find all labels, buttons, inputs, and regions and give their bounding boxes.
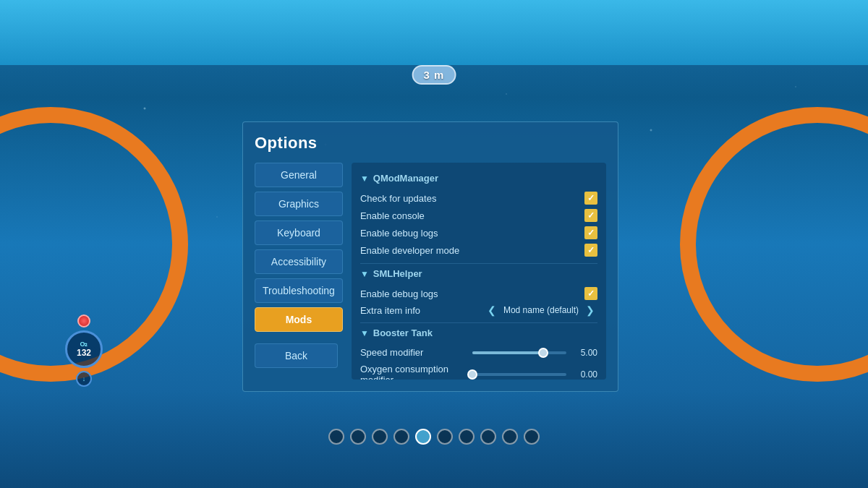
sml-title: SMLHelper	[373, 268, 422, 279]
section-divider-2	[360, 322, 597, 323]
oxygen-modifier-control: 0.00	[472, 369, 597, 380]
extra-item-label: Extra item info	[360, 305, 485, 316]
nav-btn-graphics[interactable]: Graphics	[255, 192, 343, 216]
debug-logs-sml-checkbox[interactable]: ✓	[584, 287, 597, 300]
back-button[interactable]: Back	[255, 343, 338, 368]
section-divider-1	[360, 263, 597, 264]
speed-modifier-fill	[472, 351, 543, 354]
debug-logs-sml-label: Enable debug logs	[360, 288, 584, 299]
hud-slot-6	[437, 429, 453, 445]
setting-debug-logs-sml: Enable debug logs ✓	[360, 285, 597, 302]
o2-small-label: ↓	[82, 375, 86, 382]
hud-slot-4	[393, 429, 409, 445]
setting-enable-console: Enable console ✓	[360, 207, 597, 224]
setting-oxygen-modifier: Oxygen consumption modifier 0.00	[360, 361, 597, 380]
depth-value: 3 m	[424, 69, 445, 81]
sml-arrow-icon: ▼	[360, 269, 369, 279]
extra-item-prev-button[interactable]: ❮	[485, 304, 499, 316]
nav-btn-troubleshooting[interactable]: Troubleshooting	[255, 278, 343, 303]
content-area[interactable]: ▼ QModManager Check for updates ✓ Enable…	[352, 163, 606, 380]
extra-item-next-button[interactable]: ❯	[583, 304, 597, 316]
o2-small-icon: ↓	[76, 371, 92, 387]
extra-item-control: ❮ Mod name (default) ❯	[485, 304, 597, 316]
o2-display: O₂ 132	[65, 330, 103, 368]
hud-slot-7	[459, 429, 475, 445]
speed-modifier-track[interactable]	[472, 351, 566, 354]
hud-slot-2	[350, 429, 366, 445]
setting-extra-item-info: Extra item info ❮ Mod name (default) ❯	[360, 302, 597, 318]
oxygen-modifier-label: Oxygen consumption modifier	[360, 364, 472, 380]
developer-mode-label: Enable developer mode	[360, 245, 584, 256]
qmod-title: QModManager	[373, 173, 438, 184]
section-boostertank: ▼ Booster Tank	[360, 328, 597, 338]
setting-developer-mode: Enable developer mode ✓	[360, 241, 597, 259]
nav-buttons: General Graphics Keyboard Accessibility …	[255, 163, 343, 380]
hud-slot-8	[480, 429, 496, 445]
o2-value: 132	[77, 348, 91, 358]
booster-title: Booster Tank	[373, 328, 433, 338]
sky-area	[0, 0, 868, 65]
o2-label: O₂	[80, 341, 88, 348]
nav-btn-mods[interactable]: Mods	[255, 307, 343, 332]
check-updates-label: Check for updates	[360, 193, 584, 204]
speed-modifier-thumb[interactable]	[538, 348, 548, 358]
setting-debug-logs-qmod: Enable debug logs ✓	[360, 224, 597, 241]
health-indicator	[77, 314, 90, 328]
developer-mode-checkbox[interactable]: ✓	[584, 244, 597, 257]
speed-modifier-label: Speed modifier	[360, 347, 472, 358]
oxygen-modifier-value: 0.00	[572, 369, 597, 380]
oxygen-modifier-thumb[interactable]	[467, 369, 477, 380]
section-qmodmanager: ▼ QModManager	[360, 173, 597, 184]
enable-console-checkbox[interactable]: ✓	[584, 209, 597, 222]
hud-slot-10	[524, 429, 540, 445]
options-panel: Options General Graphics Keyboard Access…	[242, 121, 618, 392]
speed-modifier-control: 5.00	[472, 348, 597, 358]
oxygen-modifier-track[interactable]	[472, 373, 566, 376]
setting-speed-modifier: Speed modifier 5.00	[360, 344, 597, 361]
enable-console-label: Enable console	[360, 210, 584, 221]
check-updates-checkbox[interactable]: ✓	[584, 192, 597, 205]
debug-logs-qmod-label: Enable debug logs	[360, 228, 584, 239]
nav-btn-keyboard[interactable]: Keyboard	[255, 221, 343, 245]
nav-btn-general[interactable]: General	[255, 163, 343, 187]
speed-modifier-value: 5.00	[572, 348, 597, 358]
hud-slot-5	[415, 429, 431, 445]
nav-btn-accessibility[interactable]: Accessibility	[255, 249, 343, 274]
booster-arrow-icon: ▼	[360, 328, 369, 338]
o2-gauge: O₂ 132 ↓	[65, 314, 103, 387]
depth-indicator: 3 m	[412, 65, 456, 85]
hud-slot-9	[502, 429, 518, 445]
hud-bottom	[328, 429, 540, 445]
hud-slot-3	[372, 429, 388, 445]
qmod-arrow-icon: ▼	[360, 174, 369, 184]
options-title: Options	[255, 134, 606, 153]
extra-item-value: Mod name (default)	[503, 305, 579, 315]
setting-check-updates: Check for updates ✓	[360, 189, 597, 207]
section-smlhelper: ▼ SMLHelper	[360, 268, 597, 279]
hud-slot-1	[328, 429, 344, 445]
debug-logs-qmod-checkbox[interactable]: ✓	[584, 226, 597, 239]
options-layout: General Graphics Keyboard Accessibility …	[255, 163, 606, 380]
